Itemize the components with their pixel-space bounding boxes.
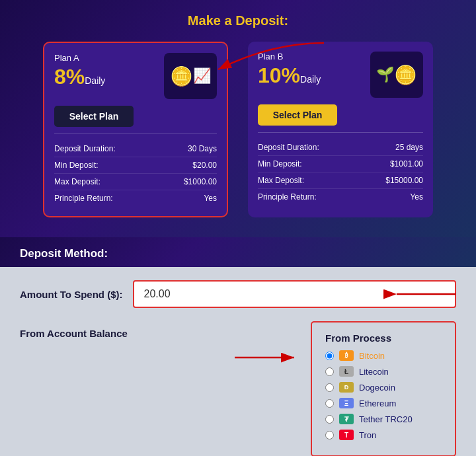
btc-label: Bitcoin — [359, 351, 385, 361]
plan-b-card: Plan B 10%Daily 🌱🪙 Select Plan Deposit D… — [248, 42, 433, 217]
plan-a-icon: 🪙📈 — [164, 53, 217, 99]
plan-b-duration: Deposit Duration:25 days — [258, 139, 423, 156]
plan-b-select-button[interactable]: Select Plan — [258, 104, 337, 126]
plan-a-card: Plan A 8%Daily 🪙📈 Select Plan Deposit Du… — [43, 42, 228, 217]
doge-label: Dogecoin — [359, 383, 395, 393]
from-process-title: From Process — [325, 332, 442, 344]
crypto-radio-btc[interactable] — [325, 352, 334, 360]
plan-a-rate: 8%Daily — [54, 66, 105, 87]
crypto-option-ltc[interactable]: Ł Litecoin — [325, 366, 442, 377]
usdt-icon: ₮ — [339, 414, 354, 424]
crypto-radio-doge[interactable] — [325, 383, 334, 392]
plan-a-principle: Principle Return:Yes — [54, 190, 217, 206]
amount-label: Amount To Spend ($): — [20, 289, 123, 300]
ltc-icon: Ł — [339, 366, 354, 377]
trx-icon: T — [339, 430, 354, 440]
eth-icon: Ξ — [339, 398, 354, 408]
crypto-option-doge[interactable]: Ð Dogecoin — [325, 382, 442, 393]
plan-b-label: Plan B — [258, 52, 321, 61]
plan-a-header: Plan A 8%Daily 🪙📈 — [54, 53, 217, 99]
plan-b-header: Plan B 10%Daily 🌱🪙 — [258, 52, 423, 98]
amount-row: Amount To Spend ($): — [20, 280, 456, 308]
plan-b-info: Plan B 10%Daily — [258, 52, 321, 86]
plan-a-label: Plan A — [54, 53, 105, 63]
plans-container: Plan A 8%Daily 🪙📈 Select Plan Deposit Du… — [20, 42, 456, 217]
doge-icon: Ð — [339, 382, 354, 393]
plan-b-principle: Principle Return:Yes — [258, 189, 423, 205]
usdt-label: Tether TRC20 — [359, 414, 413, 424]
plan-b-max: Max Deposit:$15000.00 — [258, 172, 423, 189]
plan-a-info: Plan A 8%Daily — [54, 53, 105, 87]
from-account-label: From Account Balance — [20, 321, 128, 339]
trx-label: Tron — [359, 430, 376, 440]
bottom-section: Amount To Spend ($): From Account Balanc… — [0, 267, 476, 456]
crypto-radio-trx[interactable] — [325, 431, 334, 439]
plan-b-min: Min Deposit:$1001.00 — [258, 156, 423, 172]
eth-label: Ethereum — [359, 399, 396, 408]
crypto-option-trx[interactable]: T Tron — [325, 430, 442, 440]
deposit-method-title: Deposit Method: — [0, 237, 476, 267]
from-process-wrapper: From Process ₿ Bitcoin Ł Litecoin Ð Doge… — [311, 321, 456, 456]
crypto-option-btc[interactable]: ₿ Bitcoin — [325, 350, 442, 361]
annotation-arrow-process — [231, 348, 304, 367]
page-title: Make a Deposit: — [20, 13, 456, 28]
crypto-radio-usdt[interactable] — [325, 415, 334, 424]
plan-a-select-button[interactable]: Select Plan — [54, 106, 134, 127]
btc-icon: ₿ — [339, 350, 354, 361]
plan-b-icon: 🌱🪙 — [370, 52, 423, 98]
plan-a-details: Deposit Duration:30 Days Min Deposit:$20… — [54, 133, 217, 206]
plan-a-max: Max Deposit:$1000.00 — [54, 174, 217, 190]
from-process-box: From Process ₿ Bitcoin Ł Litecoin Ð Doge… — [311, 321, 456, 456]
plan-a-min: Min Deposit:$20.00 — [54, 157, 217, 174]
payment-section: From Account Balance From Process ₿ Bitc… — [20, 321, 456, 456]
crypto-radio-ltc[interactable] — [325, 367, 334, 376]
ltc-label: Litecoin — [359, 367, 389, 377]
crypto-option-usdt[interactable]: ₮ Tether TRC20 — [325, 414, 442, 424]
plan-b-details: Deposit Duration:25 days Min Deposit:$10… — [258, 132, 423, 205]
plan-b-rate: 10%Daily — [258, 65, 321, 86]
crypto-radio-eth[interactable] — [325, 399, 334, 408]
amount-input[interactable] — [133, 280, 456, 308]
plan-a-duration: Deposit Duration:30 Days — [54, 141, 217, 157]
crypto-option-eth[interactable]: Ξ Ethereum — [325, 398, 442, 408]
